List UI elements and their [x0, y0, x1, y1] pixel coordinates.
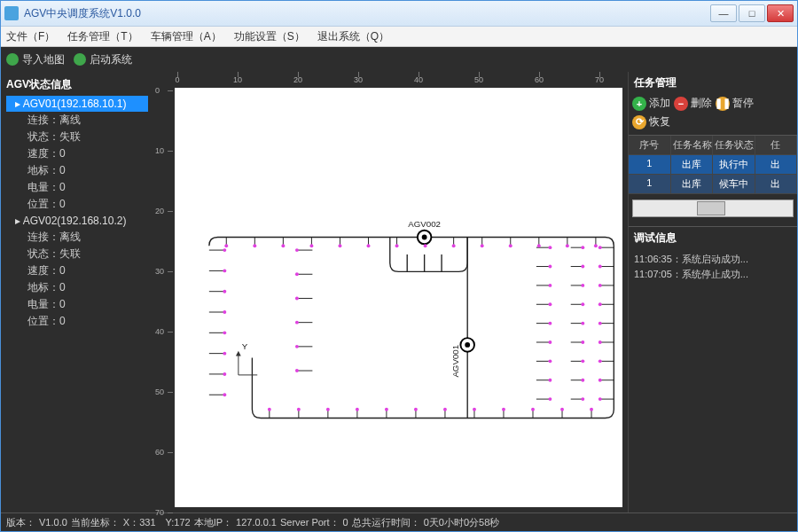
window-title: AGV中央调度系统V1.0.0 — [24, 6, 708, 21]
svg-point-13 — [295, 272, 299, 276]
ruler-vertical: 010203040506070 — [153, 86, 173, 512]
task-cell: 执行中 — [713, 155, 755, 174]
axis-y-label: Y — [242, 341, 248, 351]
svg-point-54 — [531, 408, 535, 411]
agv-property: 位置：0 — [6, 196, 148, 213]
task-delete-button[interactable]: −删除 — [674, 96, 712, 111]
svg-point-32 — [598, 340, 602, 344]
svg-point-23 — [548, 340, 552, 344]
status-port: 0 — [343, 517, 348, 528]
svg-point-42 — [581, 359, 584, 363]
svg-point-68 — [537, 244, 541, 247]
task-row[interactable]: 1出库执行中出 — [629, 155, 797, 175]
status-ip: 127.0.0.1 — [236, 517, 277, 528]
svg-point-12 — [295, 248, 299, 252]
task-cell: 出库 — [671, 175, 714, 193]
svg-point-28 — [598, 265, 602, 269]
svg-point-44 — [581, 397, 584, 401]
agv-tree-node[interactable]: ▸ AGV01(192.168.10.1) — [6, 96, 148, 112]
map-viewport[interactable]: 010203040506070 010203040506070 — [153, 72, 628, 512]
task-cell: 出 — [755, 175, 798, 193]
agv-status-panel: AGV状态信息 ▸ AGV01(192.168.10.1)连接：离线状态：失联速… — [1, 72, 153, 512]
task-pause-button[interactable]: ❚❚暂停 — [716, 96, 754, 111]
menu-settings[interactable]: 功能设置（S） — [234, 29, 305, 44]
svg-point-57 — [224, 244, 228, 247]
task-row[interactable]: 1出库候车中出 — [629, 175, 797, 194]
download-icon — [6, 53, 19, 66]
svg-point-48 — [356, 408, 359, 411]
agv-property: 状态：失联 — [6, 129, 148, 145]
svg-point-19 — [548, 265, 552, 269]
status-port-label: Server Port： — [280, 516, 340, 529]
import-map-button[interactable]: 导入地图 — [6, 52, 65, 67]
task-resume-button[interactable]: ⟳恢复 — [632, 114, 670, 129]
svg-point-58 — [253, 244, 256, 247]
start-system-label: 启动系统 — [90, 52, 132, 67]
svg-point-53 — [502, 408, 505, 411]
agv-property: 电量：0 — [6, 179, 148, 196]
task-col-header[interactable]: 序号 — [629, 136, 671, 154]
task-cell: 1 — [629, 155, 671, 174]
agv1-label: AGV001 — [450, 345, 460, 378]
toolbar: 导入地图 启动系统 — [1, 47, 797, 72]
svg-point-37 — [581, 265, 584, 269]
svg-point-70 — [594, 244, 598, 247]
start-system-button[interactable]: 启动系统 — [74, 52, 132, 67]
svg-point-38 — [581, 284, 584, 287]
svg-point-63 — [395, 244, 399, 247]
task-col-header[interactable]: 任务状态 — [713, 136, 755, 154]
task-add-button[interactable]: +添加 — [632, 96, 670, 111]
map-canvas[interactable]: AGV002 AGV001 Y — [175, 88, 622, 507]
status-uptime: 0天0小时0分58秒 — [424, 516, 500, 529]
task-col-header[interactable]: 任 — [755, 136, 798, 154]
power-icon — [74, 53, 86, 66]
task-col-header[interactable]: 任务名称 — [671, 136, 714, 154]
menubar: 文件（F） 任务管理（T） 车辆管理（A） 功能设置（S） 退出系统（Q） — [1, 27, 797, 47]
import-map-label: 导入地图 — [22, 52, 65, 67]
svg-point-56 — [590, 408, 593, 411]
content-area: AGV状态信息 ▸ AGV01(192.168.10.1)连接：离线状态：失联速… — [1, 72, 797, 512]
pause-icon: ❚❚ — [716, 97, 730, 111]
menu-vehicle[interactable]: 车辆管理（A） — [151, 29, 222, 44]
agv-status-title: AGV状态信息 — [6, 77, 148, 92]
status-uptime-label: 总共运行时间： — [352, 516, 420, 529]
svg-point-20 — [548, 284, 552, 287]
agv-tree[interactable]: ▸ AGV01(192.168.10.1)连接：离线状态：失联速度：0地标：0电… — [6, 96, 148, 330]
ruler-horizontal: 010203040506070 — [173, 72, 628, 86]
svg-point-10 — [223, 372, 226, 376]
titlebar[interactable]: AGV中央调度系统V1.0.0 — □ ✕ — [1, 1, 797, 27]
maximize-button[interactable]: □ — [739, 4, 765, 22]
menu-exit[interactable]: 退出系统（Q） — [317, 29, 389, 44]
minimize-button[interactable]: — — [710, 4, 737, 22]
svg-point-17 — [295, 369, 299, 372]
svg-point-3 — [465, 342, 470, 348]
svg-point-43 — [581, 379, 584, 382]
status-coord-label: 当前坐标： — [71, 516, 120, 529]
task-cell: 出 — [755, 155, 798, 174]
agv-property: 地标：0 — [6, 279, 148, 296]
svg-point-49 — [385, 408, 388, 411]
close-button[interactable]: ✕ — [767, 4, 794, 22]
menu-file[interactable]: 文件（F） — [6, 29, 55, 44]
task-table-header: 序号任务名称任务状态任 — [629, 136, 797, 155]
horizontal-scrollbar[interactable] — [632, 200, 794, 217]
agv-property: 连接：离线 — [6, 112, 148, 129]
right-panel: 任务管理 +添加 −删除 ❚❚暂停 ⟳恢复 序号任务名称任务状态任 1出库执行中… — [628, 72, 797, 512]
svg-point-50 — [414, 408, 418, 411]
svg-point-45 — [268, 408, 271, 411]
menu-task[interactable]: 任务管理（T） — [67, 29, 137, 44]
svg-point-15 — [295, 321, 299, 325]
svg-point-4 — [223, 248, 226, 252]
svg-point-33 — [598, 359, 602, 363]
svg-point-34 — [598, 379, 602, 382]
svg-point-21 — [548, 302, 552, 306]
log-line: 11:07:05：系统停止成功... — [634, 268, 792, 281]
agv-tree-node[interactable]: ▸ AGV02(192.168.10.2) — [6, 213, 148, 229]
status-version: V1.0.0 — [39, 517, 67, 528]
task-cell: 出库 — [671, 155, 714, 174]
scrollbar-thumb[interactable] — [697, 201, 725, 215]
svg-point-35 — [598, 397, 602, 401]
svg-point-36 — [581, 246, 584, 249]
svg-point-7 — [223, 310, 226, 314]
svg-point-1 — [422, 235, 427, 240]
